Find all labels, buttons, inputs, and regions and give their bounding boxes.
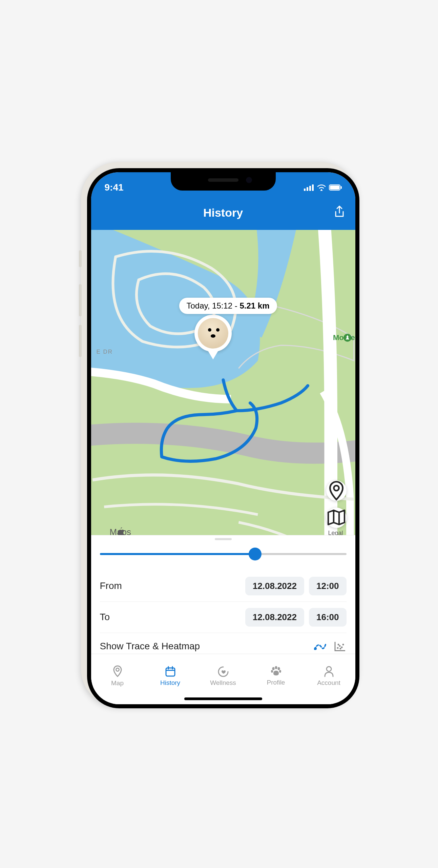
svg-point-15 [339, 648, 341, 649]
status-time: 9:41 [105, 182, 124, 193]
tab-profile[interactable]: Profile [250, 654, 303, 698]
svg-rect-2 [309, 186, 311, 191]
svg-point-28 [327, 667, 331, 671]
bottom-panel: From 12.08.2022 12:00 To 12.08.2022 16:0… [91, 535, 355, 660]
tab-label: Profile [267, 679, 285, 686]
svg-point-13 [339, 645, 340, 647]
map-view[interactable]: Today, 15:12 - 5.21 km Mothers E DR Maps [91, 230, 355, 541]
locate-button[interactable] [326, 480, 347, 501]
from-label: From [100, 580, 241, 591]
share-icon [334, 205, 345, 219]
map-canvas [91, 230, 355, 541]
map-callout[interactable]: Today, 15:12 - 5.21 km [179, 298, 277, 314]
notch [171, 172, 276, 191]
tree-icon [333, 333, 355, 342]
pet-avatar [198, 318, 228, 349]
svg-point-27 [279, 670, 281, 673]
svg-point-12 [337, 647, 338, 649]
from-date-chip[interactable]: 12.08.2022 [245, 577, 304, 595]
tab-label: Wellness [210, 679, 236, 687]
svg-point-4 [321, 189, 322, 191]
svg-rect-6 [330, 185, 339, 190]
svg-point-25 [277, 667, 280, 670]
callout-distance: 5.21 km [239, 301, 269, 310]
pin-icon [112, 665, 123, 677]
svg-point-23 [272, 667, 274, 670]
to-time-chip[interactable]: 16:00 [309, 608, 347, 627]
pet-location-pin[interactable] [194, 315, 232, 352]
tab-account[interactable]: Account [303, 654, 355, 698]
layers-button[interactable] [326, 508, 347, 528]
heatmap-icon [334, 640, 347, 652]
tab-label: Account [317, 679, 340, 687]
person-icon [324, 666, 334, 677]
svg-rect-19 [166, 668, 175, 676]
home-indicator[interactable] [184, 697, 262, 700]
to-date-chip[interactable]: 12.08.2022 [245, 608, 304, 627]
svg-point-17 [337, 644, 339, 645]
activity-icon [217, 666, 229, 677]
svg-point-10 [334, 486, 339, 491]
pin-icon [326, 480, 347, 501]
svg-point-18 [116, 668, 119, 671]
page-title: History [203, 206, 243, 219]
battery-icon [329, 184, 342, 191]
trace-icon [313, 640, 327, 652]
svg-rect-1 [307, 187, 308, 191]
tab-wellness[interactable]: Wellness [197, 654, 250, 698]
app-screen: 9:41 History [91, 172, 355, 704]
from-time-chip[interactable]: 12:00 [309, 577, 347, 595]
wifi-icon [317, 184, 326, 191]
tab-bar: Map History Wellness Profile Account [91, 654, 355, 704]
svg-point-24 [275, 666, 277, 669]
tab-history[interactable]: History [144, 654, 197, 698]
svg-rect-3 [312, 184, 314, 191]
tab-map[interactable]: Map [91, 654, 144, 698]
time-slider[interactable] [100, 550, 347, 558]
to-row: To 12.08.2022 16:00 [100, 602, 347, 633]
trace-label: Show Trace & Heatmap [100, 641, 307, 652]
svg-rect-7 [341, 186, 342, 189]
signal-icon [304, 184, 314, 191]
svg-point-14 [341, 646, 342, 648]
street-label: E DR [97, 349, 113, 355]
map-icon [326, 508, 347, 528]
callout-prefix: Today, 15:12 - [187, 301, 240, 310]
share-button[interactable] [334, 205, 345, 220]
calendar-icon [165, 666, 176, 677]
paw-icon [270, 666, 282, 677]
svg-point-26 [271, 670, 273, 673]
tab-label: History [160, 679, 180, 687]
svg-point-16 [342, 644, 344, 645]
header: History [91, 196, 355, 230]
from-row: From 12.08.2022 12:00 [100, 571, 347, 602]
to-label: To [100, 612, 241, 623]
map-poi: Mothers [333, 333, 355, 342]
svg-rect-0 [304, 189, 306, 191]
panel-handle[interactable] [215, 538, 232, 540]
svg-point-11 [314, 647, 317, 650]
tab-label: Map [111, 679, 124, 687]
